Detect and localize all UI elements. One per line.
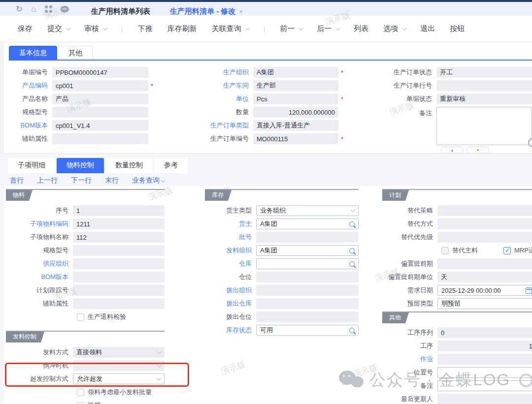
bom-version-field[interactable]: cp001_V1.4 <box>52 120 148 131</box>
demand-date-input[interactable]: 2025-12-29 00:00:00 <box>437 285 532 296</box>
calendar-icon[interactable] <box>526 287 532 294</box>
mo-no-field[interactable]: MO000115 <box>253 133 338 144</box>
activity-field[interactable] <box>437 354 532 365</box>
min-batch-checkbox[interactable] <box>77 389 84 396</box>
prod-org-field[interactable]: A集团 <box>253 67 338 78</box>
chevron-down-icon[interactable] <box>161 178 166 183</box>
lot-field[interactable] <box>256 232 359 243</box>
sub-priority-field[interactable] <box>437 232 532 243</box>
save-button[interactable]: 保存 <box>18 24 33 33</box>
inventory-refresh-button[interactable]: 库存刷新 <box>167 24 197 33</box>
tab-reference[interactable]: 参考 <box>154 158 188 173</box>
bom-version-label[interactable]: BOM版本 <box>7 121 52 130</box>
lot-label[interactable]: 批号 <box>205 233 256 242</box>
activity-label[interactable]: 作业 <box>382 355 437 364</box>
transfer-loc-field[interactable] <box>256 311 359 322</box>
search-icon[interactable] <box>349 248 355 253</box>
chevron-down-icon[interactable] <box>157 376 162 381</box>
home-icon[interactable]: ⌂ <box>31 5 36 13</box>
plan-track-field[interactable] <box>73 285 165 296</box>
transfer-wh-field[interactable] <box>256 298 359 309</box>
exit-button[interactable]: 退出 <box>420 24 435 33</box>
over-issue-select[interactable]: 允许超发 <box>73 373 165 384</box>
chevron-down-icon[interactable] <box>335 26 340 31</box>
custom-button[interactable]: 按钮 <box>450 24 465 33</box>
window-tab-list[interactable]: 生产用料清单列表 <box>91 7 150 16</box>
close-icon[interactable]: × <box>239 8 243 15</box>
sub-main-checkbox[interactable] <box>441 247 449 254</box>
search-icon[interactable] <box>349 328 355 333</box>
supply-org-label[interactable]: 供应组织 <box>6 259 73 268</box>
chevron-down-icon[interactable] <box>103 26 108 31</box>
other-remark-input[interactable] <box>437 380 532 391</box>
owner-label[interactable]: 货主 <box>205 219 256 228</box>
location-field[interactable] <box>256 272 359 282</box>
position-no-input[interactable] <box>437 367 532 378</box>
unit-field[interactable]: Pcs <box>253 93 338 104</box>
issue-org-label[interactable]: 发料组织 <box>205 246 256 255</box>
op-seq-field[interactable]: 0 <box>437 327 532 338</box>
message-icon[interactable] <box>61 6 69 12</box>
transfer-org-field[interactable] <box>256 285 359 296</box>
supply-org-field[interactable] <box>73 258 165 269</box>
chevron-down-icon[interactable] <box>157 363 162 368</box>
return-check-checkbox[interactable] <box>77 313 84 321</box>
last-updater-field[interactable] <box>437 394 532 404</box>
biz-query-link[interactable]: 业务查询 <box>132 176 164 185</box>
warehouse-lookup[interactable] <box>256 258 359 269</box>
mrp-checkbox[interactable] <box>503 247 511 254</box>
stock-status-label[interactable]: 库存状态 <box>205 326 256 335</box>
stock-status-lookup[interactable]: 可用 <box>256 325 359 336</box>
mo-status-field[interactable]: 开工 <box>436 67 532 78</box>
chevron-down-icon[interactable] <box>402 26 407 31</box>
prod-org-label[interactable]: 生产组织 <box>199 68 253 77</box>
tab-basic-info[interactable]: 基本信息 <box>9 46 57 60</box>
last-row-link[interactable]: 末行 <box>105 176 119 185</box>
reserve-type-select[interactable]: 弱预留 <box>437 298 532 309</box>
submit-button[interactable]: 提交 <box>47 24 69 33</box>
workshop-label[interactable]: 生产车间 <box>199 81 253 90</box>
chevron-down-icon[interactable] <box>245 26 250 31</box>
apps-grid-icon[interactable] <box>45 5 52 13</box>
sub-name-field[interactable]: 112 <box>73 232 165 243</box>
sub-strategy-field[interactable] <box>437 205 532 216</box>
options-button[interactable]: 选项 <box>383 24 405 33</box>
qty-field[interactable]: 120,000.000000 <box>253 107 338 118</box>
operation-field[interactable]: 1 <box>437 341 532 351</box>
related-query-button[interactable]: 关联查询 <box>212 24 249 33</box>
aux-attr-field[interactable] <box>52 133 148 144</box>
skip-level-checkbox[interactable] <box>77 402 84 404</box>
mat-spec-field[interactable] <box>73 245 165 256</box>
chevron-down-icon[interactable] <box>299 26 303 31</box>
product-code-label[interactable]: 产品编码 <box>7 81 52 90</box>
first-row-link[interactable]: 首行 <box>10 176 24 185</box>
search-icon[interactable] <box>349 261 355 267</box>
next-button[interactable]: 后一 <box>317 24 339 33</box>
chevron-down-icon[interactable] <box>66 26 71 31</box>
mat-aux-attr-field[interactable] <box>73 298 165 309</box>
workshop-field[interactable]: 生产部 <box>253 80 338 91</box>
backflush-time-select[interactable] <box>73 360 165 371</box>
doc-no-field[interactable]: PPBOM00000147 <box>52 67 148 78</box>
spec-field[interactable] <box>52 107 148 118</box>
transfer-org-label[interactable]: 拨出组织 <box>205 286 256 295</box>
audit-button[interactable]: 审核 <box>84 24 106 33</box>
mat-bom-version-label[interactable]: BOM版本 <box>6 273 73 281</box>
tab-other[interactable]: 其他 <box>58 46 93 60</box>
prev-button[interactable]: 前一 <box>280 24 302 33</box>
collapse-down-button[interactable]: ▼ <box>466 147 489 154</box>
tab-sub-detail[interactable]: 子项明细 <box>8 158 55 173</box>
mo-line-no-field[interactable] <box>436 80 532 91</box>
chevron-down-icon[interactable] <box>351 208 356 213</box>
warehouse-label[interactable]: 仓库 <box>205 259 256 268</box>
offset-lead-field[interactable] <box>437 258 532 269</box>
sub-code-field[interactable]: 1211 <box>73 218 165 229</box>
mo-type-field[interactable]: 直接入库-普通生产 <box>253 120 338 131</box>
seq-field[interactable]: 1 <box>73 205 165 216</box>
next-row-link[interactable]: 下一行 <box>71 176 92 185</box>
list-button[interactable]: 列表 <box>354 24 368 33</box>
mo-type-label[interactable]: 生产订单类型 <box>199 121 253 130</box>
collapse-up-button[interactable]: ▲ <box>441 147 464 154</box>
transfer-wh-label[interactable]: 拨出仓库 <box>205 299 256 308</box>
unit-label[interactable]: 单位 <box>199 94 253 103</box>
